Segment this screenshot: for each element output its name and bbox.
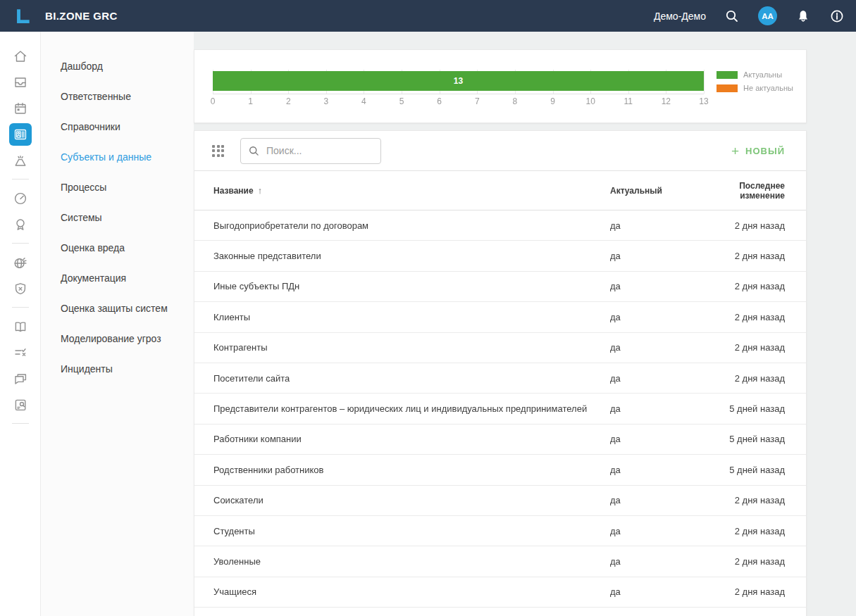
new-button[interactable]: + НОВЫЙ [731,144,785,158]
cell-modified: 5 дней назад [716,434,785,444]
checklist-icon[interactable] [9,341,32,364]
icon-rail [0,32,41,616]
cell-modified: 5 дней назад [716,465,785,475]
award-icon[interactable] [9,213,32,236]
x-tick-label: 6 [437,96,442,106]
cell-actual: да [610,526,716,536]
actuality-chart-card: 13 012345678910111213 Актуальны Не актуа… [194,49,807,123]
gauge-icon[interactable] [9,187,32,210]
x-tick-label: 2 [286,96,291,106]
sidebar-item-systems[interactable]: Системы [41,202,194,232]
home-icon[interactable] [9,45,32,68]
chat-icon[interactable] [9,367,32,390]
x-tick-label: 0 [211,96,216,106]
table-row[interactable]: Законные представители да 2 дня назад [194,241,806,271]
table-row[interactable]: Иные субъекты ПДн да 2 дня назад [194,272,806,302]
notifications-bell-icon[interactable] [795,8,811,24]
legend-label: Не актуальны [743,84,793,92]
cell-modified: 2 дня назад [716,342,785,353]
view-grid-icon[interactable] [212,145,224,157]
legend-item-actual: Актуальны [717,70,793,79]
table-row[interactable]: Клиенты да 2 дня назад [194,302,806,332]
search-icon[interactable] [724,8,740,24]
cell-modified: 2 дня назад [716,220,785,231]
plus-icon: + [731,144,739,158]
subjects-card-icon[interactable] [9,123,32,146]
sidebar-item-directories[interactable]: Справочники [41,111,194,142]
globe-attack-icon[interactable] [9,251,32,274]
table-row[interactable]: Контрагенты да 2 дня назад [194,333,806,363]
current-user-label[interactable]: Демо-Демо [654,11,706,22]
new-button-label: НОВЫЙ [745,146,785,156]
shield-x-icon[interactable] [9,277,32,300]
actual-bar[interactable]: 13 [213,71,704,91]
cell-name: Посетители сайта [213,373,610,384]
sidebar-item-systems-protection-assessment[interactable]: Оценка защиты систем [41,293,194,323]
cell-modified: 2 дня назад [716,281,785,291]
sidebar-item-subjects-and-data[interactable]: Субъекты и данные [41,142,194,172]
legend-swatch-green [717,71,738,79]
subjects-table-card: + НОВЫЙ Название↑ Актуальный Последнее и… [194,130,807,616]
cell-actual: да [610,495,716,505]
column-header-actual[interactable]: Актуальный [610,186,716,196]
cell-name: Законные представители [213,251,610,261]
document-search-icon[interactable] [9,394,32,416]
sidebar-item-threat-modeling[interactable]: Моделирование угроз [41,323,194,353]
cell-actual: да [610,403,716,414]
legend-label: Актуальны [743,70,782,79]
x-tick-label: 9 [550,96,555,106]
column-header-modified[interactable]: Последнее изменение [716,181,785,201]
avatar[interactable]: AA [758,6,777,25]
table-row[interactable]: Учащиеся да 2 дня назад [194,577,806,608]
cell-name: Работники компании [213,434,610,444]
sort-asc-icon[interactable]: ↑ [258,185,263,196]
cell-modified: 5 дней назад [716,403,785,414]
volcano-icon[interactable] [9,149,32,172]
sidebar-item-documentation[interactable]: Документация [41,263,194,293]
sidebar-item-incidents[interactable]: Инциденты [41,353,194,384]
gridline [704,70,705,94]
table-row[interactable]: Уволенные да 2 дня назад [194,546,806,577]
x-tick-label: 4 [361,96,366,106]
search-icon [248,145,260,157]
search-box[interactable] [240,138,381,164]
inbox-icon[interactable] [9,71,32,94]
sidebar-item-dashboard[interactable]: Дашборд [41,51,194,81]
table-row[interactable]: Выгодоприобретатели по договорам да 2 дн… [194,210,806,241]
book-icon[interactable] [9,315,32,338]
bar-value-label: 13 [454,76,463,86]
chart-legend: Актуальны Не актуальны [717,70,793,92]
table-row[interactable]: Соискатели да 2 дня назад [194,486,806,516]
rail-divider [12,243,29,244]
table-row[interactable]: Родственники работников да 5 дней назад [194,455,806,485]
table-row[interactable]: Студенты да 2 дня назад [194,516,806,546]
sidebar-item-processes[interactable]: Процессы [41,172,194,202]
table-row[interactable]: Работники компании да 5 дней назад [194,425,806,455]
table-row[interactable]: Представители контрагентов – юридических… [194,394,806,424]
x-tick-label: 5 [399,96,404,106]
cell-modified: 2 дня назад [716,526,785,536]
x-tick-label: 7 [475,96,480,106]
calendar-icon[interactable] [9,97,32,120]
cell-actual: да [610,251,716,261]
x-tick-label: 10 [585,96,595,106]
top-header: BI.ZONE GRC Демо-Демо AA [0,0,856,32]
cell-name: Выгодоприобретатели по договорам [213,220,610,231]
cell-actual: да [610,342,716,353]
sidebar-item-harm-assessment[interactable]: Оценка вреда [41,232,194,263]
sidebar-item-responsible[interactable]: Ответственные [41,81,194,111]
table-row[interactable]: Посетители сайта да 2 дня назад [194,363,806,394]
legend-swatch-orange [717,84,738,92]
cell-name: Представители контрагентов – юридических… [213,403,610,414]
rail-divider [12,307,29,308]
sidebar-menu: Дашборд Ответственные Справочники Субъек… [41,32,194,616]
info-icon[interactable] [829,8,845,24]
x-tick-label: 3 [324,96,329,106]
column-header-name[interactable]: Название↑ [213,185,610,196]
cell-name: Соискатели [213,495,610,505]
chart-plot: 13 [213,70,704,94]
search-input[interactable] [266,145,373,156]
cell-name: Контрагенты [213,342,610,353]
bizone-logo-icon [14,7,32,25]
x-tick-label: 1 [248,96,253,106]
